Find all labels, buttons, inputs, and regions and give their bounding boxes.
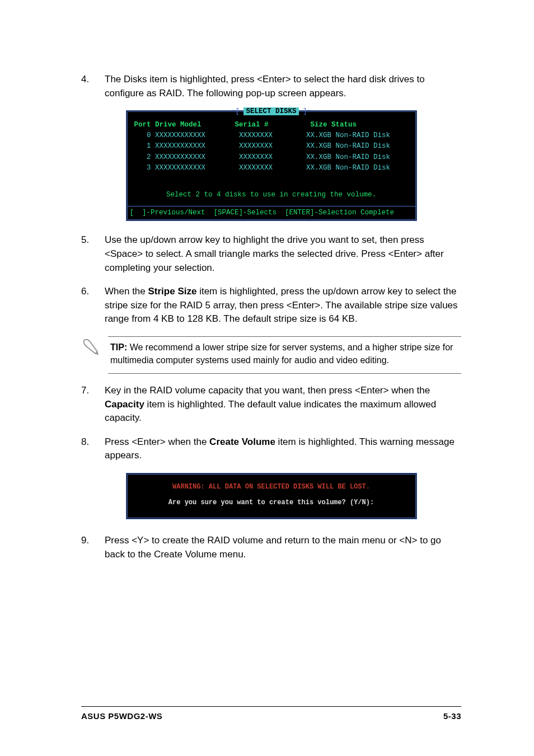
step-6: 6. When the Stripe Size item is highligh… (81, 285, 461, 326)
step-number: 8. (81, 435, 105, 463)
bios-select-disks-box: ═[ SELECT DISKS ]═ Port Drive Model Seri… (126, 110, 417, 221)
tip-body: TIP: We recommend a lower stripe size fo… (108, 336, 461, 374)
step-5: 5. Use the up/down arrow key to highligh… (81, 233, 461, 275)
warning-line-2: Are you sure you want to create this vol… (132, 498, 411, 508)
bios-instruction: Select 2 to 4 disks to use in creating t… (134, 190, 409, 200)
bios-disk-row[interactable]: 0 XXXXXXXXXXXX XXXXXXXX XX.XGB Non-RAID … (134, 130, 409, 141)
step-text: Press <Y> to create the RAID volume and … (105, 534, 461, 561)
bios-disk-row[interactable]: 3 XXXXXXXXXXXX XXXXXXXX XX.XGB Non-RAID … (134, 163, 409, 173)
footer-product: ASUS P5WDG2-WS (81, 710, 162, 722)
step-number: 7. (81, 384, 105, 425)
bios-warning-box: WARNING: ALL DATA ON SELECTED DISKS WILL… (126, 473, 417, 519)
step-text: Key in the RAID volume capacity that you… (105, 384, 461, 425)
step-number: 6. (81, 285, 105, 326)
bios-disk-row[interactable]: 1 XXXXXXXXXXXX XXXXXXXX XX.XGB Non-RAID … (134, 141, 409, 152)
footer-page-number: 5-33 (443, 710, 461, 722)
tip-callout: TIP: We recommend a lower stripe size fo… (81, 336, 461, 374)
bracket-left: ═[ (231, 107, 244, 115)
bios-footer-hints: [ ]-Previous/Next [SPACE]-Selects [ENTER… (128, 206, 415, 219)
tip-label: TIP: (110, 342, 127, 352)
page-footer: ASUS P5WDG2-WS 5-33 (81, 706, 461, 722)
stripe-size-label: Stripe Size (148, 286, 197, 297)
warning-line-1: WARNING: ALL DATA ON SELECTED DISKS WILL… (132, 482, 411, 492)
create-volume-label: Create Volume (209, 436, 275, 447)
step-9: 9. Press <Y> to create the RAID volume a… (81, 534, 461, 561)
step-text: Use the up/down arrow key to highlight t… (105, 233, 461, 275)
bios-title: SELECT DISKS (243, 107, 298, 115)
bios-disk-row[interactable]: 2 XXXXXXXXXXXX XXXXXXXX XX.XGB Non-RAID … (134, 152, 409, 163)
capacity-label: Capacity (105, 399, 144, 410)
step-8: 8. Press <Enter> when the Create Volume … (81, 435, 461, 463)
step-number: 4. (81, 73, 105, 100)
text-pre: Press <Enter> when the (105, 436, 209, 447)
step-7: 7. Key in the RAID volume capacity that … (81, 384, 461, 425)
tip-text: We recommend a lower stripe size for ser… (110, 342, 453, 364)
step-text: The Disks item is highlighted, press <En… (105, 73, 461, 100)
bios-title-wrap: ═[ SELECT DISKS ]═ (128, 106, 415, 117)
step-text: Press <Enter> when the Create Volume ite… (105, 435, 461, 463)
bios-header-row: Port Drive Model Serial # Size Status (134, 120, 409, 130)
pencil-icon (81, 336, 108, 361)
step-number: 9. (81, 534, 105, 561)
bios-inner: Port Drive Model Serial # Size Status 0 … (128, 118, 415, 206)
text-pre: When the (105, 286, 148, 297)
text-pre: Key in the RAID volume capacity that you… (105, 385, 430, 396)
text-post: item is highlighted. The default value i… (105, 399, 436, 424)
step-text: When the Stripe Size item is highlighted… (105, 285, 461, 326)
step-number: 5. (81, 233, 105, 275)
bracket-right: ]═ (299, 107, 312, 115)
step-4: 4. The Disks item is highlighted, press … (81, 73, 461, 100)
